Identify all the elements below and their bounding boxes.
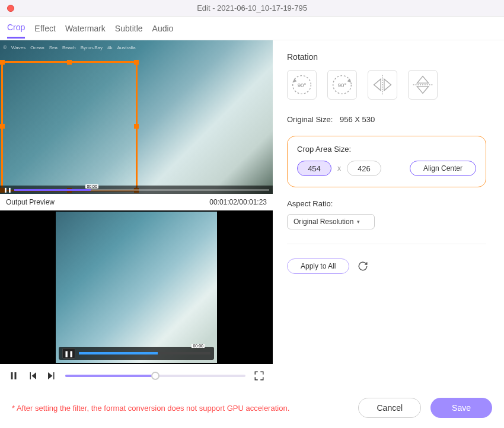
- aspect-ratio-select[interactable]: Original Resolution ▾: [287, 214, 375, 229]
- svg-rect-0: [11, 372, 13, 379]
- main-content: ⦾WavesOceanSeaBeachByron-Bay4kAustralia …: [0, 40, 504, 388]
- crop-width-input[interactable]: [297, 161, 331, 176]
- original-size-label: Original Size:: [287, 115, 333, 124]
- crop-area-row: x Align Center: [297, 161, 476, 176]
- footer-buttons: Cancel Save: [358, 398, 492, 418]
- output-video-frame: ❚❚ 00:00: [56, 212, 217, 363]
- output-preview-label: Output Preview: [6, 198, 55, 206]
- aspect-ratio-value: Original Resolution: [294, 218, 353, 226]
- rotation-label: Rotation: [287, 52, 486, 62]
- crop-area-label: Crop Area Size:: [297, 145, 476, 154]
- step-back-button[interactable]: [27, 370, 38, 381]
- crop-area-group: Crop Area Size: x Align Center: [287, 136, 486, 187]
- left-panel: ⦾WavesOceanSeaBeachByron-Bay4kAustralia …: [0, 40, 273, 388]
- tab-effect[interactable]: Effect: [34, 19, 56, 38]
- fullscreen-button[interactable]: [254, 370, 264, 381]
- crop-handle-lm[interactable]: [0, 124, 5, 129]
- source-pause-icon[interactable]: ❚❚: [4, 187, 12, 193]
- rotate-cw-button[interactable]: 90°: [327, 70, 357, 100]
- crop-height-input[interactable]: [347, 161, 381, 176]
- crop-rectangle[interactable]: [1, 61, 138, 191]
- flip-horizontal-button[interactable]: [368, 70, 397, 100]
- tab-crop[interactable]: Crop: [7, 18, 25, 39]
- svg-text:90°: 90°: [298, 82, 307, 88]
- aspect-ratio-label: Aspect Ratio:: [287, 199, 486, 208]
- rotate-ccw-button[interactable]: 90°: [287, 70, 317, 100]
- source-scrubber[interactable]: 00:00: [14, 189, 269, 191]
- original-size-row: Original Size: 956 X 530: [287, 115, 486, 124]
- output-pause-button[interactable]: ❚❚: [62, 348, 75, 359]
- output-scrubber[interactable]: 00:00: [79, 352, 210, 354]
- main-scrubber[interactable]: [65, 375, 245, 377]
- step-forward-button[interactable]: [46, 370, 57, 381]
- crop-size-separator: x: [337, 164, 341, 173]
- source-time-tooltip: 00:00: [85, 184, 98, 189]
- crop-handle-tm[interactable]: [67, 60, 72, 65]
- footer-warning: * After setting the filter, the format c…: [12, 404, 289, 413]
- crop-handle-tr[interactable]: [134, 60, 139, 65]
- apply-to-all-button[interactable]: Apply to All: [287, 258, 349, 274]
- rotation-buttons: 90° 90°: [287, 70, 486, 100]
- tab-watermark[interactable]: Watermark: [65, 19, 106, 38]
- flip-vertical-button[interactable]: [408, 70, 438, 100]
- transport-controls: [0, 364, 273, 388]
- right-panel: Rotation 90° 90° Original Size: 956 X 53…: [273, 40, 504, 388]
- output-time-tooltip: 00:00: [192, 344, 205, 348]
- save-button[interactable]: Save: [430, 398, 492, 418]
- svg-text:90°: 90°: [338, 82, 347, 88]
- tab-subtitle[interactable]: Subtitle: [115, 19, 143, 38]
- titlebar: Edit - 2021-06-10_10-17-19-795: [0, 0, 504, 17]
- crop-handle-rm[interactable]: [134, 124, 139, 129]
- source-meta-tags: ⦾WavesOceanSeaBeachByron-Bay4kAustralia: [3, 43, 270, 52]
- timecode: 00:01:02/00:01:23: [209, 198, 267, 206]
- output-playbar: ❚❚ 00:00: [59, 347, 214, 360]
- output-preview: ❚❚ 00:00: [0, 210, 273, 364]
- window-title: Edit - 2021-06-10_10-17-19-795: [0, 4, 504, 12]
- chevron-down-icon: ▾: [357, 219, 360, 225]
- source-preview[interactable]: ⦾WavesOceanSeaBeachByron-Bay4kAustralia …: [0, 40, 273, 194]
- divider: [287, 244, 486, 244]
- pause-button[interactable]: [8, 370, 19, 381]
- original-size-value: 956 X 530: [340, 115, 375, 124]
- scrub-thumb[interactable]: [151, 372, 160, 380]
- crop-handle-tl[interactable]: [0, 60, 5, 65]
- source-playbar: ❚❚ 00:00: [0, 186, 273, 194]
- reset-icon[interactable]: [358, 261, 368, 272]
- apply-row: Apply to All: [287, 258, 486, 274]
- output-label-row: Output Preview 00:01:02/00:01:23: [0, 194, 273, 210]
- tab-audio[interactable]: Audio: [152, 19, 174, 38]
- close-window-button[interactable]: [7, 5, 14, 12]
- cancel-button[interactable]: Cancel: [358, 398, 421, 418]
- align-center-button[interactable]: Align Center: [410, 161, 476, 176]
- svg-rect-1: [15, 372, 17, 379]
- tabs-row: Crop Effect Watermark Subtitle Audio: [0, 17, 504, 40]
- footer: * After setting the filter, the format c…: [0, 388, 504, 428]
